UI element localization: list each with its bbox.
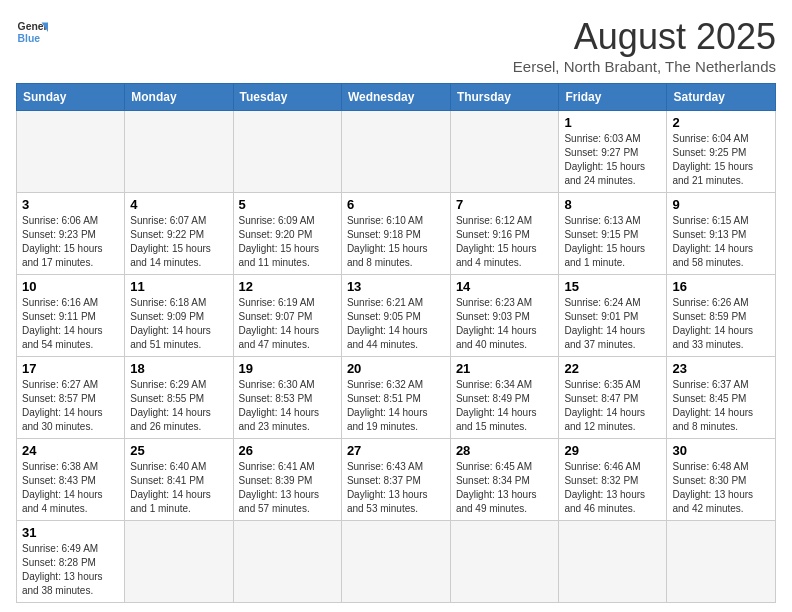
day-cell: 10Sunrise: 6:16 AM Sunset: 9:11 PM Dayli… [17,275,125,357]
day-number: 4 [130,197,227,212]
week-row-3: 17Sunrise: 6:27 AM Sunset: 8:57 PM Dayli… [17,357,776,439]
day-info: Sunrise: 6:40 AM Sunset: 8:41 PM Dayligh… [130,460,227,516]
day-cell: 19Sunrise: 6:30 AM Sunset: 8:53 PM Dayli… [233,357,341,439]
weekday-header-row: SundayMondayTuesdayWednesdayThursdayFrid… [17,84,776,111]
day-cell: 16Sunrise: 6:26 AM Sunset: 8:59 PM Dayli… [667,275,776,357]
day-info: Sunrise: 6:06 AM Sunset: 9:23 PM Dayligh… [22,214,119,270]
day-info: Sunrise: 6:49 AM Sunset: 8:28 PM Dayligh… [22,542,119,598]
day-info: Sunrise: 6:32 AM Sunset: 8:51 PM Dayligh… [347,378,445,434]
day-number: 27 [347,443,445,458]
day-number: 17 [22,361,119,376]
day-info: Sunrise: 6:09 AM Sunset: 9:20 PM Dayligh… [239,214,336,270]
day-info: Sunrise: 6:37 AM Sunset: 8:45 PM Dayligh… [672,378,770,434]
day-info: Sunrise: 6:41 AM Sunset: 8:39 PM Dayligh… [239,460,336,516]
day-info: Sunrise: 6:34 AM Sunset: 8:49 PM Dayligh… [456,378,554,434]
day-info: Sunrise: 6:29 AM Sunset: 8:55 PM Dayligh… [130,378,227,434]
day-cell: 23Sunrise: 6:37 AM Sunset: 8:45 PM Dayli… [667,357,776,439]
day-number: 1 [564,115,661,130]
day-info: Sunrise: 6:15 AM Sunset: 9:13 PM Dayligh… [672,214,770,270]
calendar-table: SundayMondayTuesdayWednesdayThursdayFrid… [16,83,776,603]
week-row-2: 10Sunrise: 6:16 AM Sunset: 9:11 PM Dayli… [17,275,776,357]
day-number: 9 [672,197,770,212]
day-cell: 13Sunrise: 6:21 AM Sunset: 9:05 PM Dayli… [341,275,450,357]
weekday-header-sunday: Sunday [17,84,125,111]
day-cell: 12Sunrise: 6:19 AM Sunset: 9:07 PM Dayli… [233,275,341,357]
day-info: Sunrise: 6:48 AM Sunset: 8:30 PM Dayligh… [672,460,770,516]
weekday-header-friday: Friday [559,84,667,111]
weekday-header-tuesday: Tuesday [233,84,341,111]
day-number: 5 [239,197,336,212]
day-cell: 26Sunrise: 6:41 AM Sunset: 8:39 PM Dayli… [233,439,341,521]
day-cell: 27Sunrise: 6:43 AM Sunset: 8:37 PM Dayli… [341,439,450,521]
day-cell: 17Sunrise: 6:27 AM Sunset: 8:57 PM Dayli… [17,357,125,439]
day-info: Sunrise: 6:21 AM Sunset: 9:05 PM Dayligh… [347,296,445,352]
day-cell: 28Sunrise: 6:45 AM Sunset: 8:34 PM Dayli… [450,439,559,521]
day-number: 30 [672,443,770,458]
day-info: Sunrise: 6:23 AM Sunset: 9:03 PM Dayligh… [456,296,554,352]
day-info: Sunrise: 6:38 AM Sunset: 8:43 PM Dayligh… [22,460,119,516]
week-row-0: 1Sunrise: 6:03 AM Sunset: 9:27 PM Daylig… [17,111,776,193]
day-info: Sunrise: 6:18 AM Sunset: 9:09 PM Dayligh… [130,296,227,352]
day-info: Sunrise: 6:19 AM Sunset: 9:07 PM Dayligh… [239,296,336,352]
week-row-1: 3Sunrise: 6:06 AM Sunset: 9:23 PM Daylig… [17,193,776,275]
day-info: Sunrise: 6:26 AM Sunset: 8:59 PM Dayligh… [672,296,770,352]
day-cell: 24Sunrise: 6:38 AM Sunset: 8:43 PM Dayli… [17,439,125,521]
day-number: 12 [239,279,336,294]
day-cell: 9Sunrise: 6:15 AM Sunset: 9:13 PM Daylig… [667,193,776,275]
day-number: 14 [456,279,554,294]
day-cell [233,521,341,603]
day-cell: 20Sunrise: 6:32 AM Sunset: 8:51 PM Dayli… [341,357,450,439]
day-number: 8 [564,197,661,212]
day-cell: 11Sunrise: 6:18 AM Sunset: 9:09 PM Dayli… [125,275,233,357]
day-number: 18 [130,361,227,376]
day-cell [341,111,450,193]
day-info: Sunrise: 6:03 AM Sunset: 9:27 PM Dayligh… [564,132,661,188]
day-number: 29 [564,443,661,458]
day-number: 16 [672,279,770,294]
day-cell: 30Sunrise: 6:48 AM Sunset: 8:30 PM Dayli… [667,439,776,521]
day-info: Sunrise: 6:27 AM Sunset: 8:57 PM Dayligh… [22,378,119,434]
day-cell: 15Sunrise: 6:24 AM Sunset: 9:01 PM Dayli… [559,275,667,357]
day-cell: 18Sunrise: 6:29 AM Sunset: 8:55 PM Dayli… [125,357,233,439]
day-number: 26 [239,443,336,458]
day-cell: 6Sunrise: 6:10 AM Sunset: 9:18 PM Daylig… [341,193,450,275]
day-info: Sunrise: 6:46 AM Sunset: 8:32 PM Dayligh… [564,460,661,516]
day-cell: 7Sunrise: 6:12 AM Sunset: 9:16 PM Daylig… [450,193,559,275]
day-number: 6 [347,197,445,212]
weekday-header-monday: Monday [125,84,233,111]
day-number: 13 [347,279,445,294]
weekday-header-thursday: Thursday [450,84,559,111]
day-cell [233,111,341,193]
day-info: Sunrise: 6:45 AM Sunset: 8:34 PM Dayligh… [456,460,554,516]
day-number: 23 [672,361,770,376]
day-number: 20 [347,361,445,376]
day-cell [667,521,776,603]
day-number: 11 [130,279,227,294]
day-cell: 4Sunrise: 6:07 AM Sunset: 9:22 PM Daylig… [125,193,233,275]
day-info: Sunrise: 6:13 AM Sunset: 9:15 PM Dayligh… [564,214,661,270]
day-number: 25 [130,443,227,458]
day-cell: 1Sunrise: 6:03 AM Sunset: 9:27 PM Daylig… [559,111,667,193]
weekday-header-wednesday: Wednesday [341,84,450,111]
day-cell [125,521,233,603]
day-cell: 14Sunrise: 6:23 AM Sunset: 9:03 PM Dayli… [450,275,559,357]
svg-text:Blue: Blue [18,33,41,44]
day-number: 15 [564,279,661,294]
day-number: 19 [239,361,336,376]
day-number: 24 [22,443,119,458]
day-cell: 8Sunrise: 6:13 AM Sunset: 9:15 PM Daylig… [559,193,667,275]
logo: General Blue [16,16,48,48]
day-info: Sunrise: 6:35 AM Sunset: 8:47 PM Dayligh… [564,378,661,434]
day-info: Sunrise: 6:12 AM Sunset: 9:16 PM Dayligh… [456,214,554,270]
week-row-5: 31Sunrise: 6:49 AM Sunset: 8:28 PM Dayli… [17,521,776,603]
day-cell [559,521,667,603]
day-number: 2 [672,115,770,130]
day-cell [17,111,125,193]
day-info: Sunrise: 6:30 AM Sunset: 8:53 PM Dayligh… [239,378,336,434]
day-cell [125,111,233,193]
title-block: August 2025 Eersel, North Brabant, The N… [513,16,776,75]
day-cell: 22Sunrise: 6:35 AM Sunset: 8:47 PM Dayli… [559,357,667,439]
day-info: Sunrise: 6:10 AM Sunset: 9:18 PM Dayligh… [347,214,445,270]
calendar-subtitle: Eersel, North Brabant, The Netherlands [513,58,776,75]
day-number: 31 [22,525,119,540]
